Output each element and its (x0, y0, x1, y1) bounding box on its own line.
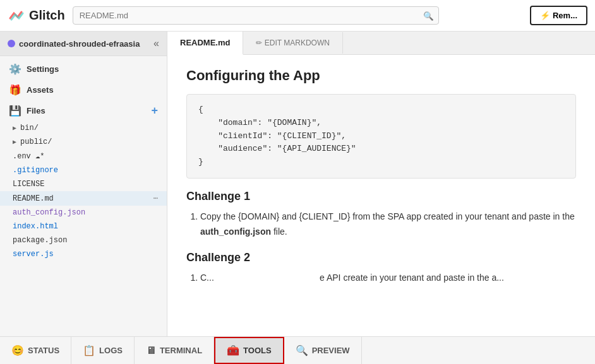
glitch-logo-icon (8, 7, 25, 25)
project-dot (8, 40, 15, 47)
sidebar-collapse-button[interactable]: « (153, 38, 159, 49)
file-item-bin[interactable]: ▶ bin/ (0, 121, 167, 135)
challenge1-title: Challenge 1 (186, 190, 576, 203)
sidebar-item-settings[interactable]: ⚙️ Settings (0, 59, 167, 79)
bottom-item-preview[interactable]: 🔍 PREVIEW (284, 337, 362, 364)
bold-text: auth_config.json (200, 226, 271, 237)
file-item-auth-config[interactable]: auth_config.json (0, 206, 167, 220)
sidebar: coordinated-shrouded-efraasia « ⚙️ Setti… (0, 32, 167, 336)
tab-edit-markdown[interactable]: ✏ EDIT MARKDOWN (243, 32, 342, 54)
search-button[interactable]: 🔍 (423, 11, 434, 20)
settings-icon: ⚙️ (9, 63, 21, 75)
bottom-item-logs[interactable]: 📋 LOGS (71, 337, 135, 364)
main-layout: coordinated-shrouded-efraasia « ⚙️ Setti… (0, 32, 595, 336)
remix-button[interactable]: ⚡ Rem... (530, 6, 587, 25)
bottom-item-tools[interactable]: 🧰 TOOLS (214, 337, 284, 364)
terminal-icon: 🖥 (146, 345, 156, 356)
tab-bar: README.md ✏ EDIT MARKDOWN (167, 32, 595, 55)
content-title: Configuring the App (186, 68, 576, 84)
challenge2-list: C... e API create in your tenant and pas… (186, 271, 576, 286)
logo-text: Glitch (29, 8, 65, 23)
file-item-public[interactable]: ▶ public/ (0, 135, 167, 149)
file-tree: ▶ bin/ ▶ public/ .env ☁* .gitignore LICE… (0, 121, 167, 261)
content-area: README.md ✏ EDIT MARKDOWN Configuring th… (167, 32, 595, 336)
app-logo: Glitch (8, 7, 65, 25)
search-bar: 🔍 (73, 6, 439, 25)
sidebar-header: coordinated-shrouded-efraasia « (0, 32, 167, 56)
caret-icon: ▶ (13, 138, 16, 146)
tools-icon: 🧰 (227, 344, 239, 356)
assets-icon: 🎁 (9, 84, 21, 96)
search-input[interactable] (73, 6, 439, 25)
list-item: Copy the {DOMAIN} and {CLIENT_ID} from t… (200, 209, 576, 240)
list-item: C... e API create in your tenant and pas… (200, 271, 576, 286)
file-item-server[interactable]: server.js (0, 247, 167, 261)
preview-icon: 🔍 (296, 344, 308, 356)
file-item-package[interactable]: package.json (0, 233, 167, 247)
file-item-license[interactable]: LICENSE (0, 177, 167, 191)
tab-readme[interactable]: README.md (167, 32, 243, 55)
project-name: coordinated-shrouded-efraasia (8, 39, 140, 49)
sidebar-nav: ⚙️ Settings 🎁 Assets 💾 Files + (0, 56, 167, 121)
file-item-index[interactable]: index.html (0, 220, 167, 233)
files-section-header: 💾 Files + (0, 100, 167, 119)
file-item-readme[interactable]: README.md ⋯ (0, 191, 167, 206)
challenge1-list: Copy the {DOMAIN} and {CLIENT_ID} from t… (186, 209, 576, 240)
logs-icon: 📋 (83, 344, 95, 356)
file-item-env[interactable]: .env ☁* (0, 149, 167, 163)
sidebar-item-assets[interactable]: 🎁 Assets (0, 79, 167, 100)
add-file-button[interactable]: + (151, 104, 158, 117)
status-icon: 😊 (11, 344, 24, 356)
markdown-content: Configuring the App { "domain": "{DOMAIN… (167, 55, 595, 336)
challenge2-title: Challenge 2 (186, 251, 576, 264)
code-block: { "domain": "{DOMAIN}", "clientId": "{CL… (186, 94, 576, 179)
file-options-icon[interactable]: ⋯ (153, 194, 158, 203)
bottom-bar: 😊 STATUS 📋 LOGS 🖥 TERMINAL 🧰 TOOLS 🔍 PRE… (0, 336, 595, 364)
bottom-item-status[interactable]: 😊 STATUS (0, 337, 71, 364)
remix-icon: ⚡ (540, 11, 550, 20)
bottom-item-terminal[interactable]: 🖥 TERMINAL (135, 337, 214, 364)
file-item-gitignore[interactable]: .gitignore (0, 163, 167, 177)
files-icon: 💾 (9, 105, 21, 117)
caret-icon: ▶ (13, 124, 16, 132)
app-header: Glitch 🔍 ⚡ Rem... (0, 0, 595, 32)
sidebar-item-files[interactable]: 💾 Files (9, 105, 151, 117)
